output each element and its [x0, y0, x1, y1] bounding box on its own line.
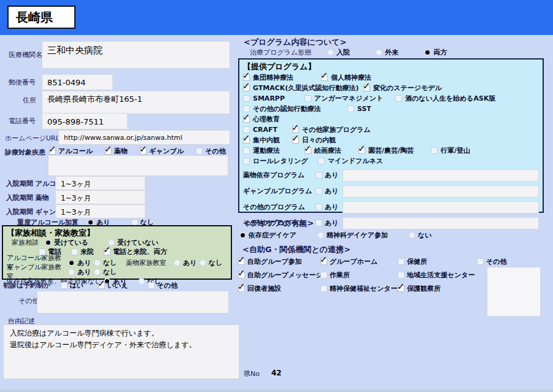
checkbox-program[interactable]: [243, 116, 250, 123]
checkbox-program[interactable]: [395, 95, 402, 102]
radio-consult-yes[interactable]: [45, 239, 52, 246]
checkbox-network[interactable]: [238, 272, 245, 279]
radio-form-outpatient[interactable]: [376, 49, 382, 56]
checkbox-gamble-program[interactable]: [315, 188, 322, 194]
network-workshop[interactable]: 作業所: [320, 271, 350, 280]
radio-drug-class-nashi[interactable]: [199, 259, 206, 266]
network-health-center[interactable]: 保健所: [398, 257, 427, 266]
gamble-program-field[interactable]: [342, 185, 539, 198]
radio-gamble-class-nashi[interactable]: [94, 269, 101, 275]
program-group-psychotherapy[interactable]: 集団精神療法: [243, 73, 321, 82]
program-other-family[interactable]: その他家族プログラム: [292, 125, 371, 134]
checkbox-network[interactable]: [320, 272, 327, 279]
checkbox-first-visit-yes[interactable]: [61, 282, 68, 289]
alcohol-class-nashi[interactable]: なし: [94, 258, 126, 267]
other-program-2-field[interactable]: [342, 217, 539, 229]
other-program-1-ari[interactable]: あり: [315, 202, 342, 212]
radio-daycare-addiction[interactable]: [239, 232, 246, 239]
program-role-lettering[interactable]: ロールレタリング: [243, 156, 318, 166]
disease-option-gamble[interactable]: ギャンブル: [140, 147, 184, 156]
daycare-none[interactable]: ない: [409, 231, 432, 240]
program-form-both[interactable]: 両方: [424, 48, 447, 57]
checkbox-disease-other[interactable]: [196, 148, 203, 155]
checkbox-network[interactable]: [398, 272, 404, 279]
checkbox-other-program-1[interactable]: [315, 204, 322, 210]
stay-gamble-field[interactable]: 1~3ヶ月: [55, 204, 145, 218]
checkbox-program[interactable]: [347, 106, 354, 112]
checkbox-program[interactable]: [363, 85, 370, 91]
checkbox-method-both[interactable]: [104, 248, 110, 255]
checkbox-method-visit[interactable]: [71, 248, 78, 255]
radio-gamble-class-ari[interactable]: [68, 269, 75, 275]
program-daily-naikan[interactable]: 日々の内観: [292, 136, 336, 145]
gamble-class-ari[interactable]: あり: [68, 267, 94, 277]
stay-drug-field[interactable]: 1~3ヶ月: [55, 190, 145, 204]
checkbox-program[interactable]: [304, 147, 311, 154]
alcohol-class-ari[interactable]: あり: [68, 258, 94, 267]
daycare-psychiatric[interactable]: 精神科デイケア参加: [317, 231, 388, 240]
network-selfhelp-message[interactable]: 自助グループメッセージ: [238, 271, 323, 280]
network-recovery-facility[interactable]: 回復者施設: [238, 284, 281, 293]
stay-alcohol-field[interactable]: 1~3ヶ月: [55, 176, 145, 190]
checkbox-other-program-2[interactable]: [315, 220, 322, 226]
radio-form-both[interactable]: [424, 49, 431, 56]
checkbox-program[interactable]: [243, 147, 250, 154]
gamble-program-ari[interactable]: あり: [315, 186, 342, 196]
radio-form-inpatient[interactable]: [327, 49, 334, 56]
other-program-1-field[interactable]: [342, 201, 539, 213]
checkbox-drug[interactable]: [105, 148, 112, 155]
phone-field[interactable]: 095-898-7511: [42, 113, 128, 129]
checkbox-program[interactable]: [431, 147, 438, 154]
checkbox-program[interactable]: [243, 95, 250, 102]
checkbox-drug-program[interactable]: [315, 172, 322, 179]
checkbox-network[interactable]: [398, 258, 404, 265]
radio-alcohol-class-ari[interactable]: [68, 259, 75, 266]
network-other-note-field[interactable]: [487, 267, 541, 317]
program-intensive-naikan[interactable]: 集中内観: [243, 136, 292, 145]
program-ask-version[interactable]: 酒のない人生を始めるASK版: [395, 94, 496, 103]
program-form-inpatient[interactable]: 入院: [327, 48, 350, 57]
checkbox-network[interactable]: [320, 258, 327, 265]
network-probation-office[interactable]: 保護観察所: [398, 284, 441, 293]
checkbox-first-visit-no[interactable]: [98, 282, 105, 289]
checkbox-program[interactable]: [304, 95, 311, 102]
radio-alcohol-class-nashi[interactable]: [94, 259, 101, 266]
program-stage-model[interactable]: 変化のステージモデル: [363, 83, 442, 93]
other-field[interactable]: [37, 291, 229, 313]
checkbox-network[interactable]: [320, 285, 327, 292]
checkbox-program[interactable]: [321, 74, 328, 81]
consult-method-both[interactable]: 電話と来院、両方: [104, 247, 167, 256]
checkbox-network[interactable]: [238, 285, 245, 292]
first-visit-no[interactable]: いいえ: [98, 281, 128, 290]
radio-daycare-psychiatric[interactable]: [317, 232, 324, 239]
program-gtmack[interactable]: GTMACK(久里浜式認知行動療法): [243, 83, 363, 93]
radio-drug-class-ari[interactable]: [174, 259, 180, 266]
first-visit-other[interactable]: その他: [148, 281, 178, 290]
program-psychoeducation[interactable]: 心理教育: [243, 115, 280, 124]
program-sst[interactable]: SST: [347, 105, 371, 113]
program-form-outpatient[interactable]: 外来: [376, 48, 398, 57]
checkbox-gamble[interactable]: [140, 148, 147, 155]
daycare-addiction[interactable]: 依存症デイケア: [239, 231, 296, 240]
address-field[interactable]: 長崎県長崎市布巻町165-1: [42, 91, 230, 114]
program-exercise[interactable]: 運動療法: [243, 146, 304, 155]
program-anger-management[interactable]: アンガーマネジメント: [304, 94, 395, 103]
network-mental-health-center[interactable]: 精神保健福祉センター: [320, 284, 398, 293]
disease-note-field[interactable]: [48, 155, 228, 176]
drug-class-ari[interactable]: あり: [174, 258, 199, 267]
other-program-2-ari[interactable]: あり: [315, 218, 342, 228]
checkbox-first-visit-other[interactable]: [148, 282, 155, 289]
drug-program-field[interactable]: [342, 169, 539, 182]
program-painting[interactable]: 絵画療法: [304, 146, 358, 155]
checkbox-method-phone[interactable]: [39, 248, 45, 255]
checkbox-program[interactable]: [243, 137, 250, 144]
checkbox-program[interactable]: [243, 85, 250, 91]
checkbox-network[interactable]: [477, 258, 484, 265]
network-other[interactable]: その他: [477, 257, 507, 266]
program-other-cbt[interactable]: その他の認知行動療法: [243, 104, 347, 113]
institution-name-field[interactable]: 三和中央病院: [42, 41, 230, 69]
program-smarpp[interactable]: SMARPP: [243, 94, 304, 102]
checkbox-program[interactable]: [318, 158, 325, 164]
checkbox-network[interactable]: [398, 285, 404, 292]
checkbox-program[interactable]: [243, 158, 250, 164]
